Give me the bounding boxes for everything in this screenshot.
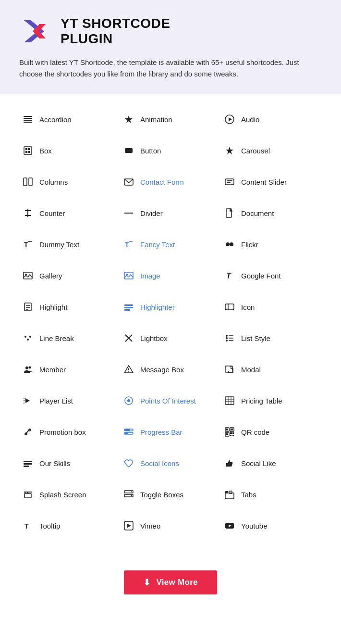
items-grid: AccordionAnimationAudioBoxButtonCarousel… (19, 104, 322, 542)
grid-item-contact-form[interactable]: Contact Form (120, 166, 221, 198)
grid-item-highlight[interactable]: Highlight (19, 291, 120, 323)
svg-marker-6 (125, 115, 133, 123)
grid-item-highlighter[interactable]: Highlighter (120, 291, 221, 323)
grid-item-dummy-text[interactable]: TDummy Text (19, 229, 120, 260)
tabs-label: Tabs (241, 491, 256, 499)
pricing-table-label: Pricing Table (241, 397, 282, 405)
grid-item-progress-bar[interactable]: Progress Bar (120, 417, 221, 448)
svg-text:T: T (226, 272, 231, 280)
svg-rect-11 (28, 148, 30, 150)
grid-item-pricing-table[interactable]: Pricing Table (221, 385, 322, 417)
modal-icon (223, 363, 236, 376)
svg-rect-16 (24, 178, 27, 186)
player-list-label: Player List (39, 397, 73, 405)
flickr-icon (223, 238, 236, 251)
qr-code-label: QR code (241, 428, 269, 436)
accordion-label: Accordion (39, 115, 72, 124)
animation-label: Animation (140, 115, 172, 124)
items-section: AccordionAnimationAudioBoxButtonCarousel… (0, 94, 341, 556)
grid-item-google-font[interactable]: TGoogle Font (221, 260, 322, 291)
promotion-box-label: Promotion box (39, 428, 86, 436)
grid-item-counter[interactable]: Counter (19, 198, 120, 229)
icon-icon (223, 300, 236, 314)
grid-item-accordion[interactable]: Accordion (19, 104, 120, 135)
grid-item-image[interactable]: Image (120, 260, 221, 291)
svg-rect-13 (28, 151, 30, 153)
svg-rect-10 (25, 148, 27, 150)
grid-item-list-style[interactable]: List Style (221, 323, 322, 354)
promotion-box-icon (21, 425, 35, 439)
svg-rect-3 (24, 118, 32, 119)
list-style-label: List Style (241, 334, 270, 342)
highlight-icon (21, 300, 35, 314)
grid-item-splash-screen[interactable]: Splash Screen (19, 479, 120, 510)
download-icon: ⬇ (143, 577, 150, 588)
grid-item-youtube[interactable]: Youtube (221, 510, 322, 542)
progress-bar-label: Progress Bar (140, 428, 183, 436)
grid-item-fancy-text[interactable]: TFancy Text (120, 229, 221, 260)
flickr-label: Flickr (241, 240, 258, 249)
google-font-icon: T (223, 269, 236, 282)
grid-item-modal[interactable]: Modal (221, 354, 322, 385)
our-skills-label: Our Skills (39, 459, 70, 467)
grid-item-player-list[interactable]: Player List (19, 385, 120, 417)
grid-item-animation[interactable]: Animation (120, 104, 221, 135)
grid-item-social-icons[interactable]: Social Icons (120, 448, 221, 479)
grid-item-tabs[interactable]: Tabs (221, 479, 322, 510)
svg-rect-5 (24, 122, 32, 123)
svg-point-63 (128, 371, 129, 372)
grid-item-toggle-boxes[interactable]: Toggle Boxes (120, 479, 221, 510)
tooltip-icon: T (21, 519, 35, 532)
carousel-label: Carousel (241, 147, 270, 155)
content-slider-label: Content Slider (241, 178, 287, 186)
grid-item-content-slider[interactable]: Content Slider (221, 166, 322, 198)
contact-form-label: Contact Form (140, 178, 184, 186)
grid-item-vimeo[interactable]: Vimeo (120, 510, 221, 542)
grid-item-columns[interactable]: Columns (19, 166, 120, 198)
grid-item-icon[interactable]: Icon (221, 291, 322, 323)
grid-item-carousel[interactable]: Carousel (221, 135, 322, 166)
grid-item-document[interactable]: Document (221, 198, 322, 229)
grid-item-social-like[interactable]: Social Like (221, 448, 322, 479)
player-list-icon (21, 394, 35, 407)
svg-rect-93 (24, 461, 32, 462)
grid-item-button[interactable]: Button (120, 135, 221, 166)
logo-icon (19, 14, 53, 48)
grid-item-lightbox[interactable]: Lightbox (120, 323, 221, 354)
grid-item-points-of-interest[interactable]: Points Of Interest (120, 385, 221, 417)
highlighter-label: Highlighter (140, 303, 175, 311)
svg-rect-95 (24, 466, 29, 467)
grid-item-gallery[interactable]: Gallery (19, 260, 120, 291)
svg-point-70 (127, 399, 130, 402)
button-icon (122, 144, 135, 157)
box-icon (21, 144, 35, 157)
svg-rect-46 (225, 304, 234, 310)
fancy-text-icon: T (122, 238, 135, 251)
svg-point-33 (230, 242, 233, 246)
grid-item-promotion-box[interactable]: Promotion box (19, 417, 120, 448)
gallery-icon (21, 269, 35, 282)
animation-icon (122, 113, 135, 126)
grid-item-box[interactable]: Box (19, 135, 120, 166)
social-icons-label: Social Icons (140, 459, 179, 467)
columns-label: Columns (39, 178, 68, 186)
svg-rect-84 (226, 429, 228, 430)
header-description: Built with latest YT Shortcode, the temp… (19, 57, 322, 80)
grid-item-member[interactable]: Member (19, 354, 120, 385)
svg-text:T: T (125, 240, 129, 248)
grid-item-our-skills[interactable]: Our Skills (19, 448, 120, 479)
grid-item-message-box[interactable]: Message Box (120, 354, 221, 385)
svg-rect-4 (24, 120, 32, 121)
grid-item-divider[interactable]: Divider (120, 198, 221, 229)
grid-item-tooltip[interactable]: TTooltip (19, 510, 120, 542)
grid-item-line-break[interactable]: Line Break (19, 323, 120, 354)
grid-item-qr-code[interactable]: QR code (221, 417, 322, 448)
line-break-label: Line Break (39, 334, 74, 342)
svg-point-60 (29, 366, 31, 369)
grid-item-flickr[interactable]: Flickr (221, 229, 322, 260)
view-more-button[interactable]: ⬇ View More (124, 570, 217, 594)
tooltip-label: Tooltip (39, 522, 60, 530)
svg-rect-21 (227, 182, 231, 183)
grid-item-audio[interactable]: Audio (221, 104, 322, 135)
svg-rect-102 (225, 493, 234, 499)
